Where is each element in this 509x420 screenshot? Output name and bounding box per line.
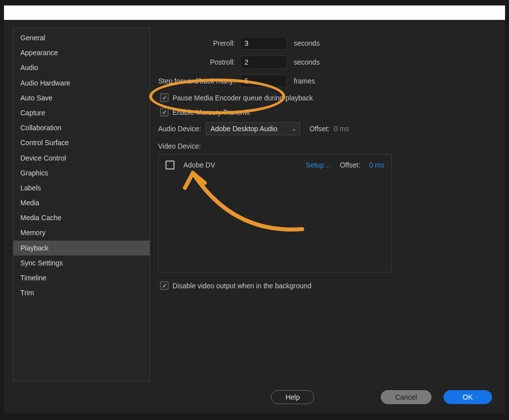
sidebar-item-auto-save[interactable]: Auto Save <box>13 90 150 105</box>
sidebar-item-appearance[interactable]: Appearance <box>13 45 150 60</box>
adobe-dv-checkbox[interactable] <box>166 161 174 169</box>
audio-device-select[interactable]: Adobe Desktop Audio ⌄ <box>206 122 300 135</box>
sidebar-item-graphics[interactable]: Graphics <box>13 166 150 180</box>
help-button[interactable]: Help <box>271 390 314 404</box>
sidebar-item-control-surface[interactable]: Control Surface <box>13 135 150 150</box>
sidebar-item-media[interactable]: Media <box>13 195 150 210</box>
step-input[interactable] <box>240 75 287 87</box>
ok-button[interactable]: OK <box>443 390 492 404</box>
postroll-input[interactable] <box>240 56 287 69</box>
dialog-footer: Help Cancel OK <box>4 381 505 413</box>
postroll-row: Postroll: seconds <box>158 56 496 69</box>
postroll-label: Postroll: <box>158 58 240 66</box>
audio-offset-label: Offset: <box>300 125 334 133</box>
dialog-body: General Appearance Audio Audio Hardware … <box>4 20 505 381</box>
pause-encoder-label: Pause Media Encoder queue during playbac… <box>172 94 313 102</box>
step-unit: frames <box>287 77 315 85</box>
enable-mercury-label: Enable Mercury Transmit <box>172 108 250 116</box>
whited-out-titlebar <box>4 5 505 20</box>
sidebar-item-media-cache[interactable]: Media Cache <box>13 210 150 225</box>
pause-encoder-checkbox[interactable] <box>160 93 169 102</box>
enable-mercury-row[interactable]: Enable Mercury Transmit <box>158 108 496 116</box>
settings-panel: Preroll: seconds Postroll: seconds Step … <box>158 28 496 381</box>
video-offset-value[interactable]: 0 ms <box>369 161 384 169</box>
sidebar-item-timeline[interactable]: Timeline <box>13 270 150 285</box>
sidebar-item-trim[interactable]: Trim <box>13 285 150 300</box>
sidebar-item-audio-hardware[interactable]: Audio Hardware <box>13 76 150 90</box>
audio-device-label: Audio Device: <box>158 125 206 133</box>
sidebar-item-device-control[interactable]: Device Control <box>13 151 150 166</box>
preroll-row: Preroll: seconds <box>158 37 496 50</box>
sidebar-item-audio[interactable]: Audio <box>13 60 150 75</box>
audio-offset-value[interactable]: 0 ms <box>334 125 348 133</box>
chevron-down-icon: ⌄ <box>292 125 297 132</box>
audio-device-value: Adobe Desktop Audio <box>210 125 277 133</box>
disable-bg-label: Disable video output when in the backgro… <box>172 282 311 290</box>
disable-bg-checkbox[interactable] <box>160 281 169 290</box>
sidebar-item-collaboration[interactable]: Collaboration <box>13 120 150 135</box>
step-row: Step forward/back many: frames <box>158 75 496 87</box>
video-device-row: Adobe DV Setup… Offset: 0 ms <box>166 161 384 169</box>
sidebar-item-labels[interactable]: Labels <box>13 180 150 195</box>
sidebar-item-general[interactable]: General <box>13 30 150 45</box>
step-label: Step forward/back many: <box>158 77 240 85</box>
adobe-dv-label: Adobe DV <box>183 161 215 169</box>
audio-device-row: Audio Device: Adobe Desktop Audio ⌄ Offs… <box>158 122 496 135</box>
preferences-dialog: General Appearance Audio Audio Hardware … <box>4 20 505 413</box>
sidebar-item-playback[interactable]: Playback <box>13 241 150 255</box>
preroll-label: Preroll: <box>158 39 240 47</box>
postroll-unit: seconds <box>287 58 320 66</box>
video-setup-link[interactable]: Setup… <box>306 161 331 169</box>
cancel-button[interactable]: Cancel <box>381 390 431 404</box>
sidebar-item-sync-settings[interactable]: Sync Settings <box>13 255 150 270</box>
video-device-label: Video Device: <box>158 142 496 150</box>
preroll-input[interactable] <box>240 37 287 50</box>
enable-mercury-checkbox[interactable] <box>160 108 169 116</box>
category-sidebar: General Appearance Audio Audio Hardware … <box>13 28 150 381</box>
preroll-unit: seconds <box>287 39 320 47</box>
sidebar-item-capture[interactable]: Capture <box>13 105 150 120</box>
video-device-list: Adobe DV Setup… Offset: 0 ms <box>158 154 392 272</box>
sidebar-item-memory[interactable]: Memory <box>13 225 150 240</box>
pause-encoder-row[interactable]: Pause Media Encoder queue during playbac… <box>158 93 496 102</box>
disable-bg-row[interactable]: Disable video output when in the backgro… <box>158 281 496 290</box>
video-offset-label: Offset: <box>340 161 360 169</box>
